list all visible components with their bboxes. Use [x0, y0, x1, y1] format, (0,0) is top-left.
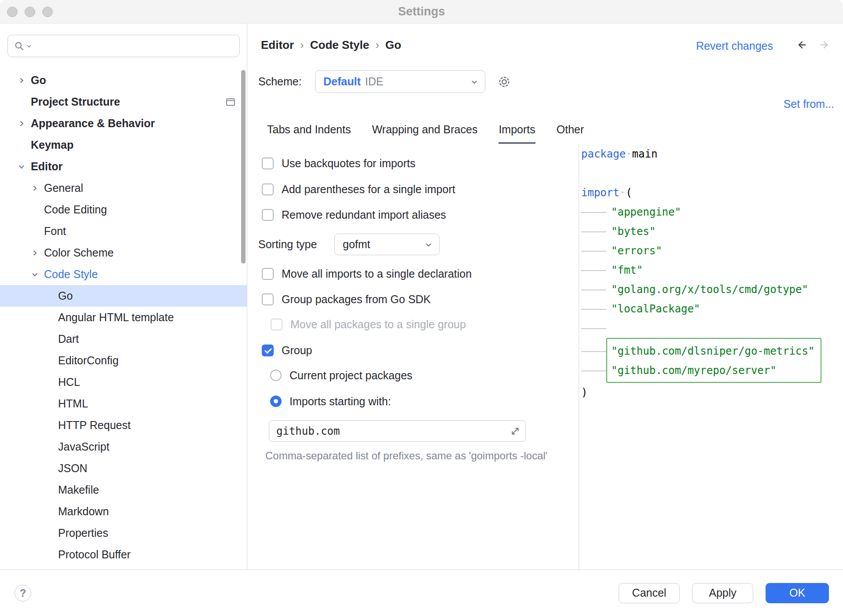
tab-imports[interactable]: Imports — [498, 123, 535, 144]
code-token: "fmt" — [611, 264, 643, 276]
chevron-down-icon — [420, 240, 433, 249]
set-from-link[interactable]: Set from... — [784, 98, 834, 110]
sidebar-item-general[interactable]: General — [0, 177, 247, 199]
imports-prefix-input[interactable]: github.com — [269, 420, 526, 442]
sidebar-item-dart[interactable]: Dart — [0, 328, 247, 350]
scheme-value-suffix: IDE — [365, 75, 384, 88]
code-line: "localPackage" — [579, 299, 843, 319]
revert-changes-link[interactable]: Revert changes — [696, 40, 773, 52]
sidebar-item-makefile[interactable]: Makefile — [0, 479, 247, 501]
option-label: Use backquotes for imports — [282, 157, 415, 170]
code-line: "github.com/dlsniper/go-metrics" — [611, 341, 814, 361]
scheme-select[interactable]: Default IDE — [315, 70, 485, 93]
imports-prefix-value: github.com — [276, 425, 340, 437]
radio-selected-icon[interactable] — [270, 396, 282, 407]
sidebar-item-markdown[interactable]: Markdown — [0, 501, 247, 522]
chevron-right-icon[interactable] — [18, 77, 31, 84]
sidebar-item-label: Markdown — [58, 505, 109, 518]
sidebar-item-angular-html-template[interactable]: Angular HTML template — [0, 307, 247, 328]
sorting-type-label: Sorting type — [258, 238, 317, 251]
chevron-right-icon[interactable] — [31, 249, 44, 257]
code-token: "github.com/dlsniper/go-metrics" — [611, 345, 814, 357]
checkbox-icon[interactable] — [262, 183, 274, 195]
gear-icon[interactable] — [497, 74, 512, 89]
checkbox-icon[interactable] — [262, 209, 274, 221]
tab-tabs-and-indents[interactable]: Tabs and Indents — [267, 123, 351, 144]
settings-search-box[interactable] — [7, 35, 240, 57]
option-group[interactable]: Group — [262, 343, 312, 358]
sidebar-item-keymap[interactable]: Keymap — [0, 134, 247, 156]
sidebar-item-hcl[interactable]: HCL — [0, 371, 247, 393]
settings-content: Editor › Code Style › Go Revert changes … — [247, 24, 843, 569]
checkbox-icon[interactable] — [262, 268, 274, 280]
chevron-right-icon[interactable] — [18, 120, 31, 128]
sorting-type-select[interactable]: gofmt — [334, 234, 440, 255]
sidebar-item-label: HTML — [58, 397, 88, 410]
sidebar-item-label: Font — [44, 225, 66, 238]
tab-wrapping-and-braces[interactable]: Wrapping and Braces — [372, 123, 477, 144]
option-move-all-packages: Move all packages to a single group — [271, 317, 466, 332]
tab-whitespace-guide — [581, 299, 606, 319]
tab-label: Wrapping and Braces — [372, 123, 477, 136]
tab-label: Tabs and Indents — [267, 123, 351, 136]
footer-buttons: Cancel Apply OK — [619, 583, 829, 603]
code-token: · — [619, 187, 626, 199]
sidebar-item-appearance-behavior[interactable]: Appearance & Behavior — [0, 113, 247, 134]
tab-whitespace-guide — [581, 260, 606, 280]
code-token: import — [581, 187, 619, 199]
code-token: main — [632, 148, 658, 160]
checkbox-icon[interactable] — [262, 158, 274, 169]
code-line: ) — [579, 383, 843, 402]
sidebar-item-protocol-buffer[interactable]: Protocol Buffer — [0, 544, 247, 565]
sidebar-item-go[interactable]: Go — [0, 70, 247, 91]
breadcrumb-code-style[interactable]: Code Style — [310, 38, 369, 52]
ok-button[interactable]: OK — [766, 583, 829, 603]
option-group-go-sdk[interactable]: Group packages from Go SDK — [262, 292, 431, 307]
scheme-row: Scheme: Default IDE — [258, 70, 512, 93]
option-add-parentheses[interactable]: Add parentheses for a single import — [262, 182, 455, 197]
code-token: "golang.org/x/tools/cmd/gotype" — [611, 283, 808, 296]
checkbox-checked-icon[interactable] — [262, 345, 274, 356]
sidebar-item-code-style[interactable]: Code Style — [0, 264, 247, 285]
sidebar-item-editorconfig[interactable]: EditorConfig — [0, 350, 247, 371]
chevron-down-icon[interactable] — [31, 271, 44, 279]
sidebar-item-font[interactable]: Font — [0, 220, 247, 242]
sidebar-item-editor[interactable]: Editor — [0, 156, 247, 177]
option-use-backquotes[interactable]: Use backquotes for imports — [262, 156, 415, 171]
sidebar-item-http-request[interactable]: HTTP Request — [0, 414, 247, 436]
radio-current-project-packages[interactable]: Current project packages — [270, 368, 412, 383]
expand-icon[interactable] — [510, 426, 520, 436]
help-button[interactable]: ? — [15, 585, 31, 601]
radio-imports-starting-with[interactable]: Imports starting with: — [270, 394, 391, 409]
apply-button[interactable]: Apply — [692, 583, 753, 603]
sidebar-item-code-editing[interactable]: Code Editing — [0, 199, 247, 220]
option-remove-redundant-aliases[interactable]: Remove redundant import aliases — [262, 207, 446, 222]
chevron-right-icon[interactable] — [31, 184, 44, 192]
code-line — [579, 341, 606, 361]
forward-arrow-button[interactable] — [818, 38, 832, 51]
radio-icon[interactable] — [270, 370, 282, 381]
code-line: "appengine" — [579, 202, 843, 222]
sidebar-item-javascript[interactable]: JavaScript — [0, 436, 247, 458]
search-history-chevron-icon[interactable] — [26, 44, 32, 49]
option-move-all-imports[interactable]: Move all imports to a single declaration — [262, 266, 472, 281]
sidebar-item-color-scheme[interactable]: Color Scheme — [0, 242, 247, 264]
prefix-hint: Comma-separated list of prefixes, same a… — [265, 450, 547, 462]
chevron-down-icon[interactable] — [18, 163, 31, 171]
grouped-imports: "github.com/dlsniper/go-metrics""github.… — [579, 338, 843, 383]
search-input[interactable] — [33, 35, 233, 57]
sidebar-item-properties[interactable]: Properties — [0, 522, 247, 544]
tab-other[interactable]: Other — [557, 123, 584, 144]
sidebar-item-json[interactable]: JSON — [0, 458, 247, 479]
breadcrumb-editor[interactable]: Editor — [261, 38, 294, 52]
sidebar-item-html[interactable]: HTML — [0, 393, 247, 414]
checkbox-icon[interactable] — [262, 293, 274, 305]
sidebar-scrollbar[interactable] — [241, 70, 246, 264]
code-token: "errors" — [611, 245, 662, 257]
back-arrow-button[interactable] — [795, 38, 808, 51]
sidebar-item-go[interactable]: Go — [0, 285, 247, 307]
code-line: "bytes" — [579, 222, 843, 241]
sidebar-item-project-structure[interactable]: Project Structure — [0, 91, 247, 113]
cancel-button[interactable]: Cancel — [619, 583, 680, 603]
sidebar-tree: GoProject StructureAppearance & Behavior… — [0, 70, 247, 569]
